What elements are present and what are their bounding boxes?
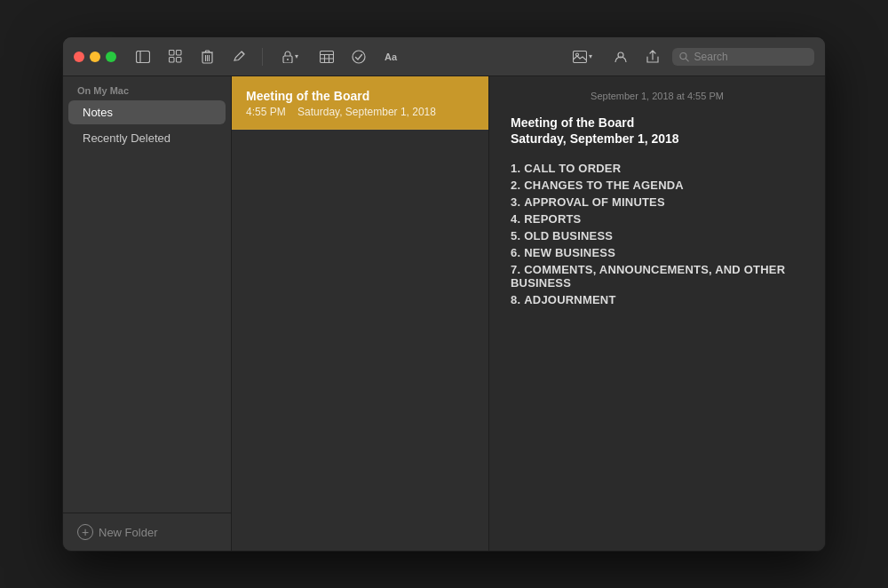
- agenda-text: NEW BUSINESS: [524, 246, 615, 259]
- grid-view-button[interactable]: [163, 46, 187, 68]
- agenda-text: ADJOURNMENT: [524, 293, 615, 306]
- sidebar-item-recently-deleted-label: Recently Deleted: [83, 131, 170, 145]
- separator-1: [262, 48, 263, 66]
- svg-rect-0: [137, 51, 150, 62]
- media-button[interactable]: ▾: [564, 46, 601, 68]
- format-label: Aa: [385, 52, 397, 62]
- agenda-num: 8.: [511, 293, 520, 306]
- note-item-time: 4:55 PM: [246, 106, 286, 118]
- agenda-num: 7.: [511, 263, 520, 276]
- svg-line-27: [686, 59, 689, 61]
- agenda-text: CHANGES TO THE AGENDA: [524, 179, 684, 192]
- note-viewer-date: September 1, 2018 at 4:55 PM: [511, 91, 804, 101]
- new-folder-label: New Folder: [99, 526, 157, 539]
- note-viewer-subtitle: Saturday, September 1, 2018: [511, 131, 804, 146]
- note-viewer-agenda: 1.CALL TO ORDER2.CHANGES TO THE AGENDA3.…: [511, 160, 804, 308]
- checklist-icon: [352, 50, 366, 64]
- svg-rect-17: [321, 51, 334, 62]
- agenda-item-8: 8.ADJOURNMENT: [511, 291, 804, 308]
- svg-rect-2: [169, 51, 174, 56]
- sidebar-spacer: [63, 151, 231, 513]
- note-item-date: Saturday, September 1, 2018: [297, 106, 436, 118]
- note-item-meeting-board[interactable]: Meeting of the Board 4:55 PM Saturday, S…: [232, 76, 488, 130]
- sidebar: On My Mac Notes Recently Deleted + New F…: [63, 76, 232, 551]
- svg-rect-3: [176, 51, 181, 56]
- compose-button[interactable]: [226, 46, 251, 68]
- checklist-button[interactable]: [346, 46, 371, 68]
- format-button[interactable]: Aa: [378, 46, 403, 68]
- lock-chevron: ▾: [295, 52, 298, 60]
- agenda-num: 6.: [511, 246, 520, 259]
- table-button[interactable]: [314, 46, 339, 68]
- agenda-text: OLD BUSINESS: [524, 229, 613, 242]
- agenda-num: 2.: [511, 179, 520, 192]
- agenda-text: APPROVAL OF MINUTES: [524, 195, 665, 209]
- agenda-num: 5.: [511, 229, 520, 242]
- agenda-text: CALL TO ORDER: [524, 162, 621, 175]
- table-icon: [320, 51, 334, 63]
- notes-list: Meeting of the Board 4:55 PM Saturday, S…: [232, 76, 489, 551]
- delete-button[interactable]: [194, 46, 219, 68]
- trash-icon: [202, 50, 213, 64]
- minimize-button[interactable]: [90, 52, 100, 62]
- agenda-item-6: 6.NEW BUSINESS: [511, 244, 804, 261]
- note-item-title: Meeting of the Board: [246, 89, 474, 103]
- sidebar-footer: + New Folder: [63, 513, 231, 551]
- lock-button[interactable]: ▾: [274, 46, 307, 68]
- share-button[interactable]: [640, 46, 665, 68]
- person-icon: [614, 50, 628, 64]
- search-bar[interactable]: [672, 48, 814, 66]
- agenda-item-3: 3.APPROVAL OF MINUTES: [511, 194, 804, 211]
- note-viewer: September 1, 2018 at 4:55 PM Meeting of …: [489, 76, 825, 551]
- sidebar-toggle-button[interactable]: [131, 46, 155, 68]
- compose-icon: [233, 50, 246, 63]
- svg-rect-5: [176, 58, 181, 63]
- svg-point-26: [680, 52, 686, 59]
- sidebar-section-header: On My Mac: [63, 76, 231, 99]
- agenda-item-7: 7.COMMENTS, ANNOUNCEMENTS, AND OTHER BUS…: [511, 261, 804, 291]
- new-folder-button[interactable]: + New Folder: [77, 524, 157, 540]
- svg-point-16: [287, 59, 289, 60]
- agenda-text: COMMENTS, ANNOUNCEMENTS, AND OTHER BUSIN…: [511, 263, 785, 290]
- svg-line-14: [242, 52, 244, 54]
- notes-window: ▾ Aa: [62, 36, 826, 552]
- new-folder-icon: +: [77, 524, 93, 540]
- sidebar-item-notes[interactable]: Notes: [68, 100, 226, 124]
- agenda-item-5: 5.OLD BUSINESS: [511, 227, 804, 244]
- note-viewer-title: Meeting of the Board: [511, 115, 804, 130]
- svg-point-22: [353, 51, 365, 63]
- search-input[interactable]: [694, 51, 807, 63]
- sidebar-item-notes-label: Notes: [83, 106, 113, 119]
- svg-rect-23: [574, 51, 587, 62]
- sidebar-icon: [136, 51, 150, 63]
- media-chevron: ▾: [589, 52, 592, 60]
- agenda-num: 3.: [511, 195, 520, 209]
- agenda-item-1: 1.CALL TO ORDER: [511, 160, 804, 177]
- maximize-button[interactable]: [106, 52, 116, 62]
- close-button[interactable]: [74, 52, 84, 62]
- collab-button[interactable]: [608, 46, 633, 68]
- share-icon: [646, 50, 659, 64]
- agenda-text: REPORTS: [524, 212, 581, 226]
- note-item-meta: 4:55 PM Saturday, September 1, 2018: [246, 106, 474, 118]
- image-icon: [573, 51, 587, 63]
- svg-rect-4: [169, 58, 174, 63]
- agenda-num: 4.: [511, 212, 520, 226]
- lock-icon: [282, 51, 293, 63]
- agenda-item-2: 2.CHANGES TO THE AGENDA: [511, 177, 804, 194]
- grid-icon: [169, 50, 182, 63]
- titlebar: ▾ Aa: [63, 37, 825, 76]
- main-content: On My Mac Notes Recently Deleted + New F…: [63, 76, 825, 551]
- sidebar-item-recently-deleted[interactable]: Recently Deleted: [68, 126, 226, 150]
- agenda-num: 1.: [511, 162, 520, 175]
- traffic-lights: [74, 52, 116, 62]
- search-icon: [679, 52, 689, 62]
- agenda-item-4: 4.REPORTS: [511, 211, 804, 227]
